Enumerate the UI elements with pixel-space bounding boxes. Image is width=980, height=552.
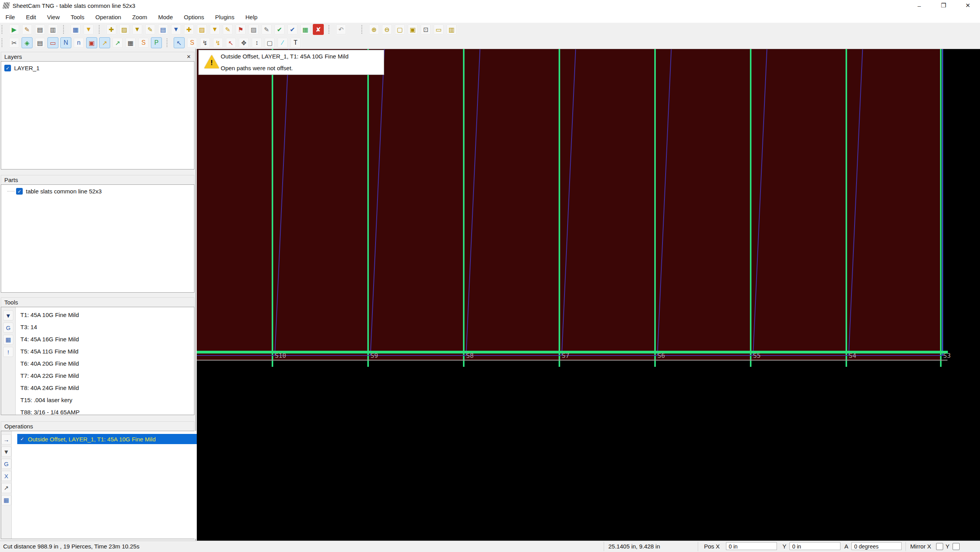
break-apart-icon[interactable]: ✂ — [9, 37, 20, 48]
tool-row[interactable]: T5: 45A 11G Fine Mild — [16, 345, 194, 357]
resize-part-icon[interactable]: ↕ — [251, 37, 262, 48]
layer-row[interactable]: ✓ LAYER_1 — [4, 65, 194, 71]
menu-operation[interactable]: Operation — [90, 14, 127, 20]
move-part-icon[interactable]: ✥ — [238, 37, 249, 48]
tool-row[interactable]: T3: 14 — [16, 321, 194, 333]
zoom-part-icon[interactable]: ▢ — [394, 24, 405, 35]
pos-x-input[interactable]: 0 in — [726, 542, 777, 550]
menu-tools[interactable]: Tools — [65, 14, 90, 20]
pos-a-input[interactable]: 0 degrees — [851, 542, 902, 550]
select-arrow-icon[interactable]: ↖ — [174, 37, 185, 48]
verify-tools-icon[interactable]: ✔ — [274, 24, 285, 35]
cut-line-S6[interactable] — [654, 49, 656, 367]
save-tools-icon[interactable]: ✔ — [287, 24, 298, 35]
box-select-icon[interactable]: ▢ — [264, 37, 275, 48]
close-button[interactable]: ✕ — [956, 0, 980, 11]
menu-options[interactable]: Options — [178, 14, 210, 20]
edit-toolset-icon[interactable]: ✎ — [261, 24, 272, 35]
cut-line-S5[interactable] — [750, 49, 751, 367]
part-checkbox[interactable]: ✓ — [16, 188, 23, 195]
show-path-direction-icon[interactable]: n — [73, 37, 84, 48]
menu-zoom[interactable]: Zoom — [127, 14, 152, 20]
op-gcode-remove-icon[interactable]: X — [1, 471, 11, 481]
zoom-in-icon[interactable]: ⊕ — [368, 24, 379, 35]
zoom-machine-icon[interactable]: ▥ — [446, 24, 457, 35]
save-part-icon[interactable]: ▼ — [209, 24, 220, 35]
op-output-icon[interactable]: → — [1, 434, 11, 445]
layer-checkbox[interactable]: ✓ — [4, 65, 11, 71]
undo-icon[interactable]: ↶ — [336, 24, 347, 35]
run-post-processor-icon[interactable]: ▶ — [9, 24, 20, 35]
copy-part-icon[interactable]: ▤ — [158, 24, 169, 35]
toolbar-grip[interactable] — [99, 25, 101, 34]
menu-view[interactable]: View — [42, 14, 65, 20]
save-job-icon[interactable]: ▼ — [132, 24, 143, 35]
menu-mode[interactable]: Mode — [153, 14, 179, 20]
menu-plugins[interactable]: Plugins — [210, 14, 240, 20]
calculator-icon[interactable]: ▦ — [70, 24, 81, 35]
tool-row[interactable]: T8: 40A 24G Fine Mild — [16, 382, 194, 394]
show-parts-icon[interactable]: P — [151, 37, 162, 48]
op-gcode-icon[interactable]: G — [1, 459, 11, 469]
open-part-icon[interactable]: ▨ — [196, 24, 207, 35]
toolbar-grip[interactable] — [2, 38, 4, 47]
new-job-icon[interactable]: ✚ — [106, 24, 117, 35]
torch-setup-icon[interactable]: ▼ — [83, 24, 94, 35]
cut-line-S8[interactable] — [463, 49, 465, 367]
zoom-extents-icon[interactable]: ⊡ — [420, 24, 431, 35]
menu-file[interactable]: File — [0, 14, 20, 20]
cut-line-S7[interactable] — [559, 49, 560, 367]
edit-part-icon[interactable]: ✎ — [222, 24, 233, 35]
tool-row[interactable]: T4: 45A 16G Fine Mild — [16, 333, 194, 345]
cut-line-S3[interactable] — [940, 49, 942, 367]
minimize-button[interactable]: – — [907, 0, 931, 11]
job-options-icon[interactable]: ✎ — [22, 24, 33, 35]
gcode-list-icon[interactable]: G — [3, 322, 13, 333]
cut-line-S4[interactable] — [846, 49, 847, 367]
print-icon[interactable]: ▤ — [34, 24, 45, 35]
zoom-all-parts-icon[interactable]: ▣ — [407, 24, 418, 35]
layers-close-icon[interactable]: ✕ — [187, 54, 191, 60]
toolbar-grip[interactable] — [167, 38, 169, 47]
delete-icon[interactable]: ✘ — [313, 24, 324, 35]
new-sheet-icon[interactable]: S — [138, 37, 149, 48]
toolbar-grip[interactable] — [361, 25, 364, 34]
toolbar-grip[interactable] — [63, 25, 65, 34]
menu-edit[interactable]: Edit — [20, 14, 42, 20]
start-point-select-icon[interactable]: S — [187, 37, 198, 48]
save-part-doc-icon[interactable]: ▼ — [171, 24, 181, 35]
menu-help[interactable]: Help — [240, 14, 263, 20]
show-part-outline-icon[interactable]: ▣ — [86, 37, 97, 48]
operation-checkbox[interactable]: ✓ — [19, 436, 25, 443]
quick-select-icon[interactable]: ↯ — [200, 37, 211, 48]
show-layers-icon[interactable]: ◈ — [22, 37, 33, 48]
cut-line-S9[interactable] — [367, 49, 369, 367]
tool-alert-icon[interactable]: ! — [3, 347, 13, 357]
add-text-icon[interactable]: T — [290, 37, 301, 48]
tool-row[interactable]: T88: 3/16 - 1/4 65AMP — [16, 406, 194, 418]
zoom-sheet-icon[interactable]: ▭ — [433, 24, 444, 35]
mirror-y-checkbox[interactable] — [953, 543, 960, 550]
canvas-drawing[interactable]: ! Outside Offset, LAYER_1, T1: 45A 10G F… — [197, 49, 980, 541]
add-part-icon[interactable]: ✚ — [183, 24, 194, 35]
op-table-icon[interactable]: ▦ — [1, 495, 11, 505]
restore-button[interactable]: ❐ — [931, 0, 956, 11]
torch-icon[interactable]: ▼ — [3, 310, 13, 321]
mirror-x-checkbox[interactable] — [936, 543, 943, 550]
tool-row[interactable]: T1: 45A 10G Fine Mild — [16, 309, 194, 321]
op-tool-path-icon[interactable]: ↗ — [1, 483, 11, 493]
operation-row-selected[interactable]: ✓ Outside Offset, LAYER_1, T1: 45A 10G F… — [17, 434, 198, 444]
reload-table-icon[interactable]: ▦ — [300, 24, 311, 35]
import-drawing-icon[interactable]: ⚑ — [235, 24, 246, 35]
post-output-icon[interactable]: ▤ — [34, 37, 45, 48]
show-machine-icon[interactable]: ▦ — [125, 37, 136, 48]
op-drill-icon[interactable]: ▼ — [1, 446, 11, 457]
part-row[interactable]: ✓ table slats common line 52x3 — [4, 188, 194, 195]
tool-row[interactable]: T15: .004 laser kery — [16, 394, 194, 406]
tool-table-icon[interactable]: ▦ — [3, 335, 13, 345]
tool-row[interactable]: T7: 40A 22G Fine Mild — [16, 370, 194, 382]
plot-icon[interactable]: ▥ — [47, 24, 58, 35]
snap-guide-icon[interactable]: ∕ — [277, 37, 288, 48]
power-select-icon[interactable]: ↯ — [212, 37, 223, 48]
pos-y-input[interactable]: 0 in — [789, 542, 840, 550]
